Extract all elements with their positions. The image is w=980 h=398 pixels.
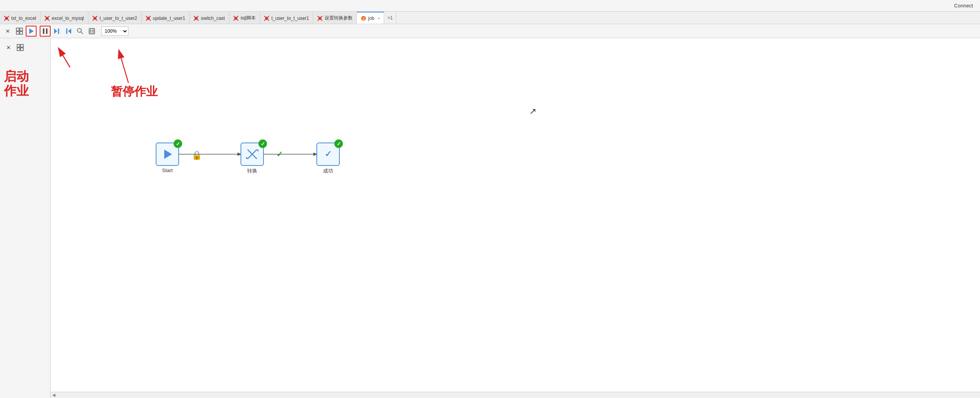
tab-set_params[interactable]: 设置转换参数 <box>313 12 357 24</box>
tab-label-t_user_to_t_user1: t_user_to_t_user1 <box>271 16 309 21</box>
transform-label: 转换 <box>247 167 257 174</box>
play-icon <box>164 150 172 159</box>
start-node[interactable]: ✓ Start <box>156 143 179 173</box>
toolbar: ✕ 100% 50% 75% 125% 150% 200% <box>0 24 980 38</box>
tab-label-set_params: 设置转换参数 <box>325 15 353 21</box>
tab-label-update_t_user1: update_t_user1 <box>153 16 185 21</box>
left-tools: ✕ <box>3 42 26 53</box>
layout-button[interactable] <box>14 26 25 37</box>
start-annotation: 启动作业 <box>4 69 29 98</box>
tab-t_user_to_t_user1[interactable]: t_user_to_t_user1 <box>260 12 313 24</box>
zoom-select[interactable]: 100% 50% 75% 125% 150% 200% <box>101 26 128 36</box>
bottom-scrollbar[interactable]: ◀ <box>51 392 980 398</box>
tab-t_user_to_t_user2[interactable]: t_user_to_t_user2 <box>88 12 142 24</box>
svg-marker-63 <box>256 150 258 152</box>
svg-rect-36 <box>16 32 19 34</box>
tab-excel_to_mysql[interactable]: excel_to_mysql <box>40 12 88 24</box>
left-layout-button[interactable] <box>15 42 26 53</box>
svg-rect-42 <box>58 28 59 34</box>
svg-line-57 <box>58 48 70 67</box>
tab-switch_cast[interactable]: switch_cast <box>190 12 229 24</box>
tab-update_t_user1[interactable]: update_t_user1 <box>142 12 190 24</box>
svg-marker-64 <box>246 157 248 159</box>
run-button[interactable] <box>26 26 37 37</box>
lock-icon: 🔒 <box>191 150 202 160</box>
svg-point-45 <box>77 28 81 32</box>
connector-2 <box>51 38 980 398</box>
svg-marker-43 <box>68 28 71 34</box>
pause-annotation: 暂停作业 <box>111 85 158 98</box>
tab-label-switch_cast: switch_cast <box>201 16 225 21</box>
svg-rect-39 <box>43 28 44 34</box>
success-node[interactable]: ✓ ✓ 成功 <box>316 143 340 174</box>
connector-1 <box>51 38 980 398</box>
svg-rect-53 <box>21 44 23 47</box>
tab-sql_script[interactable]: sql脚本 <box>229 12 260 24</box>
mid-check-icon: ✓ <box>276 150 283 159</box>
svg-text:J: J <box>363 17 365 21</box>
transform-node-box[interactable]: ✓ <box>241 143 264 166</box>
search-button[interactable] <box>75 26 86 37</box>
left-close-button[interactable]: ✕ <box>3 42 14 53</box>
annotation-arrows <box>51 38 980 398</box>
svg-line-46 <box>81 32 83 34</box>
svg-rect-34 <box>16 28 19 31</box>
svg-rect-54 <box>17 48 20 51</box>
svg-line-58 <box>119 50 128 83</box>
svg-rect-52 <box>17 44 20 47</box>
transform-node[interactable]: ✓ 转换 <box>241 143 264 174</box>
tab-label-sql_script: sql脚本 <box>241 15 256 21</box>
svg-marker-38 <box>29 28 34 34</box>
tab-label-txt_to_excel: txt_to_excel <box>11 16 36 21</box>
cursor-indicator: ↗ <box>529 106 536 116</box>
success-label: 成功 <box>323 167 333 174</box>
pause-button[interactable] <box>40 26 51 37</box>
tab-icon-update_t_user1 <box>146 16 151 21</box>
tab-label-t_user_to_t_user2: t_user_to_t_user2 <box>100 16 137 21</box>
tab-icon-set_params <box>317 16 323 21</box>
rewind-button[interactable] <box>63 26 74 37</box>
connect-button[interactable]: Connect <box>951 2 976 9</box>
start-node-box[interactable]: ✓ <box>156 143 179 166</box>
tab-icon-t_user_to_t_user2 <box>92 16 98 21</box>
close-button[interactable]: ✕ <box>2 26 13 37</box>
svg-rect-55 <box>21 48 23 51</box>
success-check-icon: ✓ <box>325 149 332 159</box>
svg-rect-47 <box>89 28 95 34</box>
tab-icon-t_user_to_t_user1 <box>264 16 269 21</box>
tab-job[interactable]: Jjob× <box>357 12 384 24</box>
main-layout: ✕ 启动作业 暂停作业 <box>0 38 980 398</box>
tab-icon-excel_to_mysql <box>44 16 50 21</box>
tab-close-job[interactable]: × <box>378 16 380 21</box>
tab-icon-job: J <box>361 16 366 21</box>
svg-rect-35 <box>20 28 23 31</box>
tab-icon-txt_to_excel <box>4 16 9 21</box>
svg-rect-44 <box>66 28 67 34</box>
canvas-area: 暂停作业 ✓ Start 🔒 <box>51 38 980 398</box>
tab-overflow[interactable]: >1 <box>384 12 396 24</box>
top-bar: Connect <box>0 0 980 12</box>
transform-icon <box>246 148 258 160</box>
tab-icon-sql_script <box>233 16 239 21</box>
tab-label-excel_to_mysql: excel_to_mysql <box>52 16 84 21</box>
tab-label-job: job <box>368 16 374 21</box>
transform-check: ✓ <box>258 139 267 148</box>
svg-marker-41 <box>54 28 57 34</box>
svg-rect-37 <box>20 32 23 34</box>
success-check: ✓ <box>334 139 343 148</box>
fit-button[interactable] <box>86 26 97 37</box>
tab-bar: txt_to_excelexcel_to_mysqlt_user_to_t_us… <box>0 12 980 24</box>
start-check: ✓ <box>174 139 182 148</box>
step-button[interactable] <box>51 26 62 37</box>
tab-icon-switch_cast <box>193 16 199 21</box>
left-panel: ✕ 启动作业 <box>0 38 51 398</box>
tab-txt_to_excel[interactable]: txt_to_excel <box>0 12 40 24</box>
success-node-box[interactable]: ✓ ✓ <box>316 143 340 166</box>
start-label: Start <box>162 167 172 173</box>
svg-rect-40 <box>46 28 47 34</box>
